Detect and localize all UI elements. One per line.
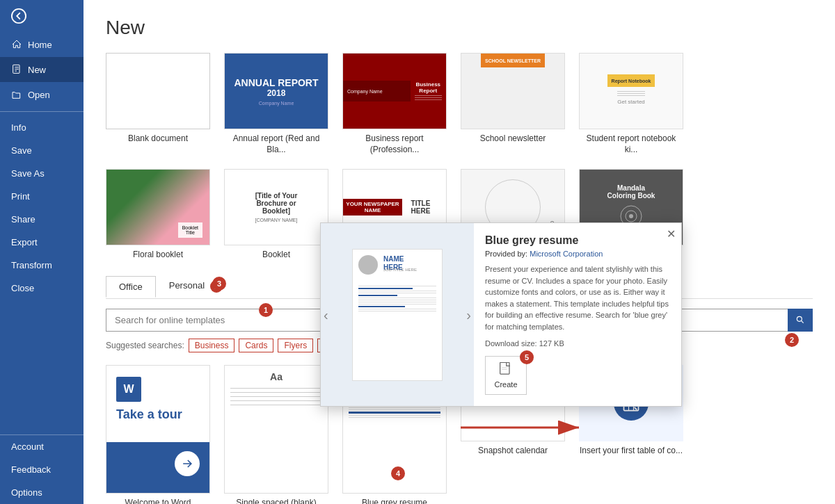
- template-student-thumb: Report Notebook Get started: [579, 53, 683, 129]
- bgrl5: [349, 417, 440, 418]
- tab-office[interactable]: Office: [106, 276, 156, 298]
- annual-company: Company Name: [259, 101, 294, 106]
- sidebar-item-info[interactable]: Info: [0, 116, 84, 139]
- preview-size-value: 127 KB: [539, 339, 564, 348]
- school-col-2: [513, 67, 518, 129]
- tag-flyers[interactable]: Flyers: [278, 339, 313, 352]
- booklet-company: [COMPANY NAME]: [255, 218, 298, 222]
- preview-resume-visual: NAMEHERE JOB TITLE HERE: [352, 249, 443, 381]
- sidebar-item-print[interactable]: Print: [0, 185, 84, 208]
- preview-avatar: [358, 255, 378, 275]
- preview-create-button[interactable]: Create: [485, 356, 527, 395]
- sidebar-divider-1: [0, 111, 84, 112]
- sidebar-item-options[interactable]: Options: [0, 481, 84, 504]
- template-annual-thumb: ANNUAL REPORT 2018 Company Name: [224, 53, 328, 129]
- template-single-spaced[interactable]: Aa Single spaced (blank): [224, 365, 328, 504]
- template-booklet-label: Booklet: [224, 250, 328, 261]
- sidebar-item-export[interactable]: Export: [0, 231, 84, 254]
- tag-business[interactable]: Business: [189, 339, 235, 352]
- template-school-thumb: SCHOOL NEWSLETTER: [461, 53, 565, 129]
- sidebar-item-close[interactable]: Close: [0, 277, 84, 300]
- preview-next-button[interactable]: ›: [466, 307, 471, 323]
- template-student-label: Student report notebook ki...: [579, 133, 683, 155]
- template-booklet[interactable]: [Title of YourBrochure orBooklet] [COMPA…: [224, 169, 328, 261]
- page-title: New: [106, 17, 813, 39]
- sidebar-item-save[interactable]: Save: [0, 139, 84, 162]
- preview-size: Download size: 127 KB: [485, 339, 670, 348]
- biz-header: Company Name: [343, 81, 411, 101]
- template-bgresume-label: Blue grey resume: [342, 498, 447, 504]
- prl5: [358, 300, 436, 300]
- template-insert-label: Insert your first table of co...: [579, 446, 683, 457]
- biz-title: Business Report: [415, 81, 443, 94]
- template-student-notebook[interactable]: Report Notebook Get started Student repo…: [579, 53, 683, 155]
- template-floral-booklet[interactable]: BookletTitle Floral booklet: [106, 169, 210, 261]
- stl1: [617, 91, 645, 92]
- school-htext: SCHOOL NEWSLETTER: [485, 58, 541, 63]
- preview-info-panel: Blue grey resume Provided by: Microsoft …: [474, 223, 681, 406]
- new-doc-icon: [11, 64, 22, 75]
- sidebar: Home New Open Info Save Save As Print Sh…: [0, 0, 84, 504]
- annotation-3: 3: [212, 277, 226, 291]
- preview-provider-link[interactable]: Microsoft Corporation: [530, 250, 603, 258]
- preview-details: [358, 286, 436, 311]
- preview-create-container: Create 5: [485, 356, 527, 395]
- sidebar-item-new[interactable]: New: [0, 57, 84, 82]
- tab-personal-label: Personal: [169, 280, 205, 291]
- tag-cards[interactable]: Cards: [239, 339, 273, 352]
- template-annual-label: Annual report (Red and Bla...: [224, 133, 328, 155]
- sidebar-item-transform[interactable]: Transform: [0, 254, 84, 277]
- sidebar-item-home[interactable]: Home: [0, 32, 84, 57]
- back-button[interactable]: [0, 0, 84, 32]
- svg-point-8: [797, 317, 802, 322]
- create-button-label: Create: [494, 380, 517, 389]
- sidebar-item-feedback[interactable]: Feedback: [0, 458, 84, 481]
- template-business-report[interactable]: Company Name Business Report Business re…: [342, 53, 447, 155]
- prl4: [358, 298, 436, 298]
- prbar3: [358, 306, 405, 307]
- biz-line-3: [415, 99, 443, 100]
- preview-size-label: Download size:: [485, 339, 537, 348]
- template-school-label: School newsletter: [461, 133, 565, 145]
- search-icon: [795, 315, 805, 325]
- template-school-newsletter[interactable]: SCHOOL NEWSLETTER School newsletter: [461, 53, 565, 155]
- sidebar-item-label: New: [28, 65, 46, 75]
- template-single-label: Single spaced (blank): [224, 498, 328, 504]
- sidebar-item-share[interactable]: Share: [0, 208, 84, 231]
- preview-close-button[interactable]: ✕: [667, 227, 676, 241]
- top-template-grid: Blank document ANNUAL REPORT 2018 Compan…: [106, 53, 813, 155]
- svg-point-7: [629, 214, 633, 218]
- mandala-title: MandalaColoring Book: [607, 184, 655, 200]
- sidebar-item-open[interactable]: Open: [0, 82, 84, 107]
- suggested-label: Suggested searches:: [106, 341, 184, 350]
- tour-card: W Take a tour: [106, 365, 210, 494]
- bgrl4: [349, 415, 440, 416]
- prl6: [358, 302, 436, 302]
- search-button[interactable]: [788, 309, 813, 332]
- template-blank-label: Blank document: [106, 133, 210, 145]
- ssl2: [230, 392, 322, 393]
- preview-prev-button[interactable]: ‹: [324, 307, 328, 323]
- prl8: [358, 309, 436, 309]
- svg-rect-17: [500, 362, 509, 374]
- preview-overlay: ✕ ‹ NAMEHERE JOB TITLE HERE: [320, 222, 682, 407]
- school-col-1: [507, 67, 513, 129]
- tour-arrow: [175, 451, 200, 476]
- preview-title: Blue grey resume: [485, 234, 670, 247]
- preview-provider: Provided by: Microsoft Corporation: [485, 250, 670, 258]
- svg-line-9: [801, 321, 803, 323]
- template-floral-thumb: BookletTitle: [106, 169, 210, 245]
- sidebar-item-account[interactable]: Account: [0, 435, 84, 458]
- home-icon: [11, 39, 22, 50]
- template-annual-report[interactable]: ANNUAL REPORT 2018 Company Name Annual r…: [224, 53, 328, 155]
- template-welcome-word[interactable]: W Take a tour Welcome to Word: [106, 365, 210, 504]
- student-body: Get started: [613, 87, 649, 108]
- preview-description: Present your experience and talent styli…: [485, 263, 670, 332]
- ssl5: [230, 405, 322, 405]
- preview-jobtitle: JOB TITLE HERE: [383, 268, 417, 272]
- svg-point-0: [12, 9, 26, 23]
- annual-year: ANNUAL REPORT: [234, 77, 318, 88]
- sidebar-item-save-as[interactable]: Save As: [0, 162, 84, 185]
- template-blank[interactable]: Blank document: [106, 53, 210, 155]
- back-icon: [11, 8, 26, 24]
